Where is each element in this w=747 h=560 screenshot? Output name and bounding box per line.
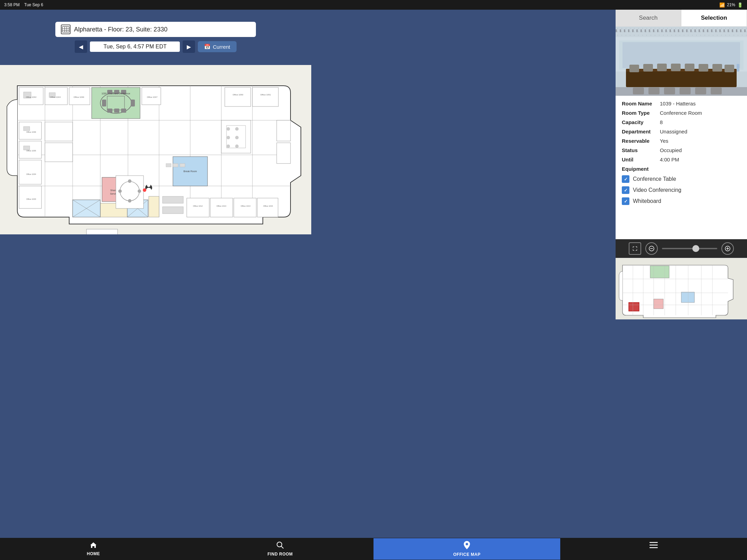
svg-rect-48 <box>252 87 278 106</box>
svg-rect-101 <box>166 164 171 167</box>
map-area: Shared Service Break Room <box>0 65 311 234</box>
svg-rect-21 <box>131 100 135 106</box>
svg-rect-61 <box>19 160 42 184</box>
prev-date-button[interactable]: ◀ <box>75 40 87 53</box>
svg-text:Office 1051: Office 1051 <box>260 94 271 96</box>
svg-text:Office 1036: Office 1036 <box>26 131 36 133</box>
svg-rect-82 <box>163 207 183 214</box>
current-button[interactable]: 📅 Current <box>198 41 236 52</box>
svg-point-55 <box>227 136 230 139</box>
next-date-button[interactable]: ▶ <box>183 40 195 53</box>
svg-rect-49 <box>277 120 290 141</box>
svg-rect-66 <box>45 143 73 162</box>
svg-text:Office 1033: Office 1033 <box>26 198 36 200</box>
svg-rect-79 <box>234 198 256 217</box>
svg-point-70 <box>138 189 141 193</box>
date-bar: ◀ Tue, Sep 6, 4:57 PM EDT ▶ 📅 Current <box>75 40 236 53</box>
calendar-icon: 📅 <box>204 44 211 50</box>
blue-band <box>0 234 311 313</box>
svg-point-72 <box>118 189 122 193</box>
svg-rect-25 <box>107 109 112 113</box>
floor-plan-icon <box>61 25 71 34</box>
svg-rect-59 <box>19 122 42 139</box>
svg-point-58 <box>235 144 239 148</box>
svg-rect-0 <box>62 27 69 32</box>
svg-point-53 <box>227 127 230 131</box>
date-display: Tue, Sep 6, 4:57 PM EDT <box>90 41 180 52</box>
date: Tue Sep 6 <box>24 2 43 7</box>
svg-text:Break Room: Break Room <box>184 170 197 172</box>
svg-rect-102 <box>173 164 178 167</box>
svg-text:Office 1015: Office 1015 <box>263 205 273 207</box>
svg-text:Office 1044: Office 1044 <box>50 96 61 98</box>
svg-text:Office 1046: Office 1046 <box>74 96 84 98</box>
svg-rect-65 <box>45 122 73 141</box>
svg-rect-62 <box>19 186 42 208</box>
svg-rect-77 <box>187 198 209 217</box>
svg-rect-20 <box>102 100 106 106</box>
svg-rect-34 <box>149 196 159 217</box>
svg-text:Office 1012: Office 1012 <box>193 205 203 207</box>
svg-point-56 <box>235 136 239 139</box>
svg-point-74 <box>147 184 150 187</box>
svg-rect-80 <box>257 198 278 217</box>
floor-plan-svg[interactable]: Shared Service Break Room <box>0 65 311 234</box>
time: 3:58 PM <box>4 2 20 7</box>
location-bar: Alpharetta - Floor: 23, Suite: 2330 <box>55 22 256 37</box>
svg-rect-78 <box>210 198 233 217</box>
svg-point-71 <box>128 199 131 203</box>
svg-point-69 <box>128 179 131 183</box>
svg-rect-27 <box>121 109 126 113</box>
svg-rect-103 <box>180 164 185 167</box>
svg-text:Office 1042: Office 1042 <box>26 96 37 98</box>
svg-point-75 <box>143 188 146 192</box>
status-bar: 3:58 PM Tue Sep 6 📶 21% 🔋 <box>0 0 443 10</box>
svg-rect-63 <box>24 127 30 131</box>
location-text: Alpharetta - Floor: 23, Suite: 2330 <box>74 26 167 33</box>
svg-rect-83 <box>86 229 118 234</box>
svg-rect-50 <box>277 143 290 164</box>
svg-point-54 <box>235 127 239 131</box>
svg-text:Office 1013: Office 1013 <box>216 205 226 207</box>
svg-text:Office 1034: Office 1034 <box>26 173 36 175</box>
svg-rect-81 <box>163 196 183 203</box>
svg-text:Office 1014: Office 1014 <box>241 205 250 207</box>
svg-rect-26 <box>114 109 119 113</box>
svg-text:Office 1050: Office 1050 <box>233 94 243 96</box>
svg-text:1039 - Eastward Conference: 1039 - Eastward Conference <box>102 92 130 95</box>
svg-rect-47 <box>225 87 251 106</box>
svg-text:Office 1047: Office 1047 <box>147 96 158 98</box>
svg-text:Office 1035: Office 1035 <box>26 150 36 152</box>
svg-point-57 <box>227 144 230 148</box>
header-area: Alpharetta - Floor: 23, Suite: 2330 ◀ Tu… <box>0 10 311 65</box>
